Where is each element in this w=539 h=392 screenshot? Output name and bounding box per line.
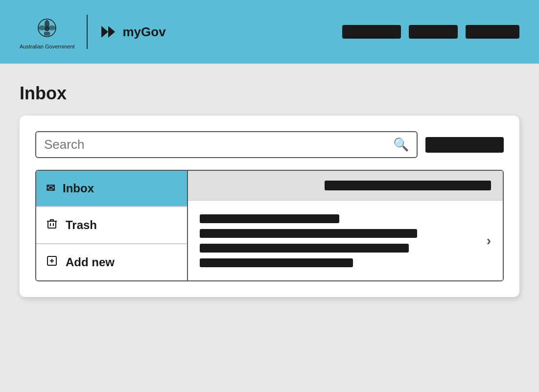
sidebar-label-inbox: Inbox bbox=[63, 182, 94, 195]
message-line-1 bbox=[200, 214, 339, 223]
nav-item-2[interactable] bbox=[409, 25, 458, 39]
svg-rect-5 bbox=[44, 32, 50, 36]
header-nav bbox=[342, 25, 519, 39]
search-box[interactable]: 🔍 bbox=[35, 131, 418, 158]
nav-item-3[interactable] bbox=[466, 25, 519, 39]
gov-name-label: Australian Government bbox=[20, 44, 75, 49]
sidebar-item-trash[interactable]: Trash bbox=[36, 207, 187, 244]
logo-divider bbox=[87, 15, 88, 49]
site-header: Australian Government myGov bbox=[0, 0, 539, 64]
content-header bbox=[188, 171, 503, 201]
inbox-panel: ✉ Inbox Trash bbox=[35, 170, 504, 281]
inbox-card: 🔍 ✉ Inbox bbox=[20, 115, 519, 297]
sidebar-item-add-new[interactable]: Add new bbox=[36, 244, 187, 280]
page-title: Inbox bbox=[20, 83, 519, 104]
chevron-right-icon: › bbox=[487, 233, 491, 249]
message-line-4 bbox=[200, 258, 353, 267]
svg-point-4 bbox=[45, 26, 49, 31]
sidebar-label-add-new: Add new bbox=[66, 255, 115, 269]
sidebar-item-inbox[interactable]: ✉ Inbox bbox=[36, 171, 187, 207]
search-input[interactable] bbox=[44, 137, 393, 152]
crest-icon bbox=[32, 14, 62, 44]
mygov-logo: myGov bbox=[99, 22, 166, 42]
australian-government-logo: Australian Government bbox=[20, 14, 75, 49]
svg-marker-6 bbox=[101, 26, 108, 38]
svg-rect-8 bbox=[48, 221, 56, 228]
search-icon: 🔍 bbox=[393, 137, 409, 152]
search-row: 🔍 bbox=[35, 131, 504, 158]
header-branding: Australian Government myGov bbox=[20, 14, 166, 49]
message-line-3 bbox=[200, 244, 409, 253]
trash-icon bbox=[46, 218, 58, 232]
nav-item-1[interactable] bbox=[342, 25, 401, 39]
sidebar-label-trash: Trash bbox=[66, 218, 97, 232]
main-content: Inbox 🔍 ✉ Inbox bbox=[0, 64, 539, 392]
mygov-brand-label: myGov bbox=[123, 24, 166, 40]
mail-icon: ✉ bbox=[46, 182, 55, 195]
message-line-2 bbox=[200, 229, 417, 238]
svg-marker-7 bbox=[108, 26, 115, 38]
content-header-bar bbox=[325, 181, 491, 190]
filter-bar[interactable] bbox=[425, 137, 504, 153]
mygov-arrows-icon bbox=[99, 22, 119, 42]
message-preview bbox=[200, 214, 479, 267]
content-pane: › bbox=[188, 171, 503, 280]
content-body[interactable]: › bbox=[188, 201, 503, 280]
sidebar: ✉ Inbox Trash bbox=[36, 171, 188, 280]
add-icon bbox=[46, 255, 58, 270]
